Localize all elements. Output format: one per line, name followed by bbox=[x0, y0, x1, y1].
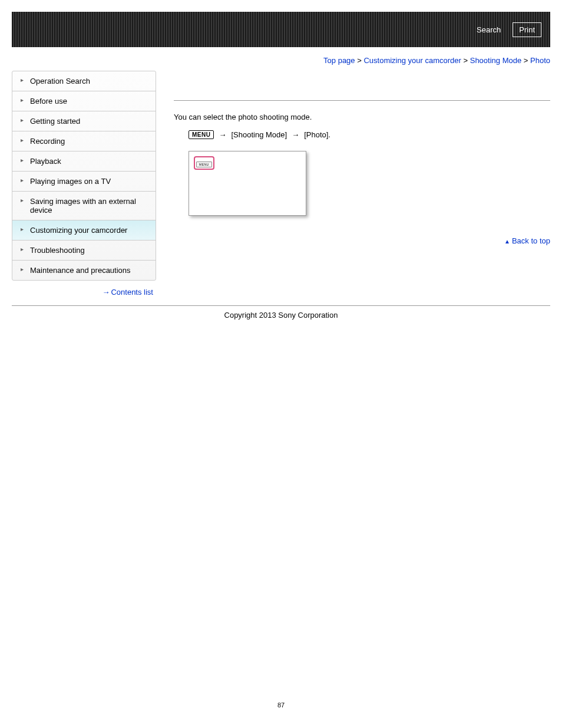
sidebar-item[interactable]: Before use bbox=[12, 91, 156, 111]
breadcrumb-shooting-mode[interactable]: Shooting Mode bbox=[470, 56, 521, 65]
sidebar-item[interactable]: Playback bbox=[12, 151, 156, 172]
arrow-right-icon: → bbox=[292, 130, 299, 139]
print-button[interactable]: Print bbox=[513, 22, 541, 37]
breadcrumb-sep: > bbox=[464, 56, 468, 65]
menu-label: MENU bbox=[196, 162, 212, 167]
path-photo: [Photo]. bbox=[304, 130, 330, 139]
triangle-up-icon: ▲ bbox=[504, 238, 510, 245]
back-to-top: ▲Back to top bbox=[174, 236, 550, 245]
breadcrumb-photo[interactable]: Photo bbox=[530, 56, 550, 65]
arrow-right-icon: → bbox=[219, 130, 226, 139]
menu-badge-icon: MENU bbox=[189, 130, 214, 139]
sidebar-item[interactable]: Customizing your camcorder bbox=[12, 220, 156, 241]
sidebar-item[interactable]: Getting started bbox=[12, 111, 156, 131]
breadcrumb: Top page > Customizing your camcorder > … bbox=[0, 47, 562, 71]
menu-path: MENU → [Shooting Mode] → [Photo]. bbox=[189, 130, 550, 139]
main-content: You can select the photo shooting mode. … bbox=[156, 71, 550, 299]
contents-list-wrap: →Contents list bbox=[12, 282, 156, 299]
breadcrumb-top-page[interactable]: Top page bbox=[323, 56, 355, 65]
search-button[interactable]: Search bbox=[471, 23, 507, 37]
page-number: 87 bbox=[0, 701, 562, 709]
screenshot-illustration: MENU bbox=[189, 151, 306, 216]
breadcrumb-customizing[interactable]: Customizing your camcorder bbox=[363, 56, 461, 65]
highlighted-menu-icon: MENU bbox=[194, 156, 214, 170]
back-to-top-link[interactable]: Back to top bbox=[512, 236, 550, 245]
sidebar-item[interactable]: Playing images on a TV bbox=[12, 172, 156, 192]
contents-list-link[interactable]: Contents list bbox=[111, 288, 153, 297]
sidebar-item[interactable]: Recording bbox=[12, 131, 156, 151]
sidebar-item[interactable]: Troubleshooting bbox=[12, 241, 156, 261]
sidebar-item[interactable]: Operation Search bbox=[12, 71, 156, 91]
path-shooting-mode: [Shooting Mode] bbox=[231, 130, 287, 139]
sidebar: Operation SearchBefore useGetting starte… bbox=[12, 71, 156, 281]
intro-text: You can select the photo shooting mode. bbox=[174, 113, 550, 121]
copyright: Copyright 2013 Sony Corporation bbox=[0, 306, 562, 324]
breadcrumb-sep: > bbox=[357, 56, 362, 65]
arrow-right-icon: → bbox=[102, 288, 110, 297]
sidebar-item[interactable]: Saving images with an external device bbox=[12, 192, 156, 220]
divider bbox=[174, 100, 550, 101]
sidebar-item[interactable]: Maintenance and precautions bbox=[12, 261, 156, 280]
breadcrumb-sep: > bbox=[524, 56, 528, 65]
header-bar: Search Print bbox=[12, 12, 550, 47]
